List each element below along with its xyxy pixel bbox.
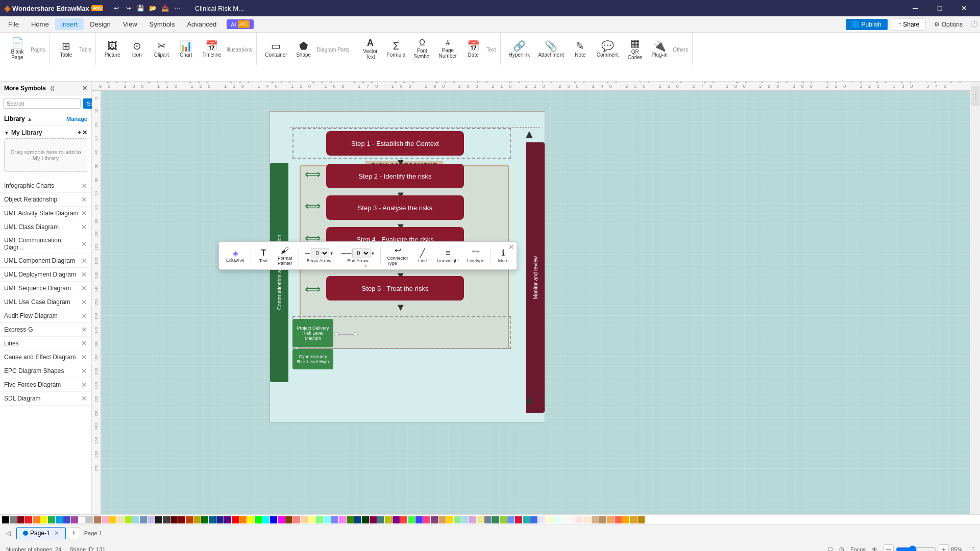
- category-remove-icon[interactable]: ✕: [81, 381, 87, 389]
- color-coral[interactable]: [400, 516, 407, 523]
- connector-type-button[interactable]: ↩ ConnectorType: [384, 244, 411, 267]
- color-brightred[interactable]: [232, 516, 239, 523]
- category-remove-icon[interactable]: ✕: [81, 182, 87, 190]
- color-seagreen[interactable]: [492, 516, 499, 523]
- format-painter-button[interactable]: 🖌 FormatPainter: [275, 244, 296, 267]
- color-raspberry[interactable]: [370, 516, 377, 523]
- color-crimson[interactable]: [515, 516, 522, 523]
- color-cornflower2[interactable]: [507, 516, 514, 523]
- library-expand-icon[interactable]: ▲: [27, 116, 33, 122]
- color-salmon[interactable]: [293, 516, 300, 523]
- color-lavenderblush[interactable]: [569, 516, 576, 523]
- color-maroon[interactable]: [170, 516, 178, 523]
- category-uml-deployment[interactable]: UML Deployment Diagram ✕: [0, 268, 91, 282]
- color-lemonchiffon[interactable]: [546, 516, 553, 523]
- color-yellowgreen[interactable]: [500, 516, 507, 523]
- page-tab-1[interactable]: Page-1 ✕: [16, 527, 66, 539]
- menu-design[interactable]: Design: [84, 18, 116, 30]
- add-page-button[interactable]: +: [68, 527, 80, 539]
- redo-button[interactable]: ↪: [124, 3, 134, 13]
- category-uml-usecase[interactable]: UML Use Case Diagram ✕: [0, 295, 91, 309]
- page-number-button[interactable]: # PageNumber: [436, 35, 460, 63]
- text-format-button[interactable]: T Text: [254, 247, 273, 265]
- mini-box-1[interactable]: Project Delivery Risk Level Medium: [292, 319, 333, 347]
- more-button[interactable]: ⋯: [173, 3, 183, 13]
- color-plum[interactable]: [431, 516, 438, 523]
- container-button[interactable]: ▭ Container: [262, 35, 290, 63]
- date-button[interactable]: 📅 Date: [462, 35, 484, 63]
- color-gold[interactable]: [446, 516, 453, 523]
- category-uml-sequence[interactable]: UML Sequence Diagram ✕: [0, 282, 91, 295]
- category-remove-icon[interactable]: ✕: [81, 270, 87, 279]
- color-yellow[interactable]: [40, 516, 47, 523]
- color-antiquewhite[interactable]: [584, 516, 591, 523]
- options-button[interactable]: ⚙ Options: [930, 19, 967, 30]
- category-remove-icon[interactable]: ✕: [81, 367, 87, 375]
- color-magenta[interactable]: [278, 516, 285, 523]
- note-button[interactable]: ✎ Note: [569, 35, 592, 63]
- color-brightgreen[interactable]: [255, 516, 262, 523]
- qr-codes-button[interactable]: ▦ QRCodes: [624, 35, 646, 63]
- clipart-button[interactable]: ✂ Clipart: [150, 35, 173, 63]
- category-remove-icon[interactable]: ✕: [81, 195, 87, 204]
- color-lightyellow[interactable]: [308, 516, 315, 523]
- color-lavender[interactable]: [148, 516, 155, 523]
- category-uml-component[interactable]: UML Component Diagram ✕: [0, 254, 91, 268]
- blank-page-button[interactable]: 📄 BlankPage: [6, 35, 29, 63]
- color-green[interactable]: [48, 516, 55, 523]
- color-chocolate[interactable]: [285, 516, 292, 523]
- shape-button[interactable]: ⬟ Shape: [292, 35, 315, 63]
- focus-label[interactable]: Focus: [850, 546, 866, 552]
- color-medblue[interactable]: [415, 516, 423, 523]
- zoom-slider[interactable]: [896, 545, 937, 552]
- color-burntoran[interactable]: [186, 516, 193, 523]
- color-plum2[interactable]: [469, 516, 476, 523]
- color-lightmagenta[interactable]: [339, 516, 346, 523]
- plugin-button[interactable]: 🔌 Plug-in: [648, 35, 671, 63]
- end-arrow-select[interactable]: 040506: [352, 248, 371, 258]
- category-remove-icon[interactable]: ✕: [81, 223, 87, 231]
- panel-close-icon[interactable]: ✕: [82, 85, 87, 92]
- my-library-close-button[interactable]: ✕: [82, 129, 87, 136]
- vector-text-button[interactable]: A VectorText: [359, 35, 382, 63]
- category-remove-icon[interactable]: ✕: [81, 339, 87, 347]
- color-darkpurple[interactable]: [393, 516, 400, 523]
- begin-arrow-button[interactable]: ─ 000102 ▾ Begin Arrow: [302, 246, 336, 265]
- category-remove-icon[interactable]: ✕: [81, 298, 87, 306]
- color-royalblue[interactable]: [530, 516, 537, 523]
- color-teal[interactable]: [209, 516, 216, 523]
- color-violet[interactable]: [224, 516, 231, 523]
- edraw-ai-button[interactable]: ◈ Edraw AI: [223, 247, 248, 264]
- category-infographic[interactable]: Infographic Charts ✕: [0, 179, 91, 193]
- category-remove-icon[interactable]: ✕: [81, 209, 87, 217]
- category-remove-icon[interactable]: ✕: [81, 353, 87, 361]
- page-tab-close[interactable]: ✕: [54, 530, 59, 537]
- category-cause-effect[interactable]: Cause and Effect Diagram ✕: [0, 350, 91, 364]
- category-remove-icon[interactable]: ✕: [81, 325, 87, 334]
- color-brown[interactable]: [94, 516, 101, 523]
- category-remove-icon[interactable]: ✕: [81, 284, 87, 292]
- color-darkred[interactable]: [17, 516, 24, 523]
- color-periwinkle[interactable]: [331, 516, 338, 523]
- open-button[interactable]: 📂: [148, 3, 158, 13]
- hyperlink-button[interactable]: 🔗 Hyperlink: [506, 35, 533, 63]
- color-red[interactable]: [25, 516, 32, 523]
- color-darkgreen[interactable]: [201, 516, 208, 523]
- color-white[interactable]: [79, 516, 86, 523]
- icon-button[interactable]: ⊙ Icon: [126, 35, 148, 63]
- color-forest[interactable]: [362, 516, 369, 523]
- color-lightgreen[interactable]: [316, 516, 323, 523]
- step3-box[interactable]: Step 3 - Analyse the risks: [326, 195, 464, 220]
- category-uml-activity[interactable]: UML Activity State Diagram ✕: [0, 207, 91, 220]
- color-lightblue[interactable]: [56, 516, 63, 523]
- menu-view[interactable]: View: [117, 18, 143, 30]
- color-black[interactable]: [2, 516, 9, 523]
- color-darkgoldenrod2[interactable]: [638, 516, 645, 523]
- color-nearblack[interactable]: [155, 516, 162, 523]
- zoom-in-button[interactable]: +: [939, 544, 949, 552]
- menu-home[interactable]: Home: [25, 18, 55, 30]
- category-remove-icon[interactable]: ✕: [81, 394, 87, 403]
- fullscreen-button[interactable]: ⛶: [968, 546, 974, 552]
- toolbar-close-button[interactable]: ✕: [508, 243, 514, 251]
- mini-box-2[interactable]: Cybersecurity Risk Level High: [292, 349, 333, 369]
